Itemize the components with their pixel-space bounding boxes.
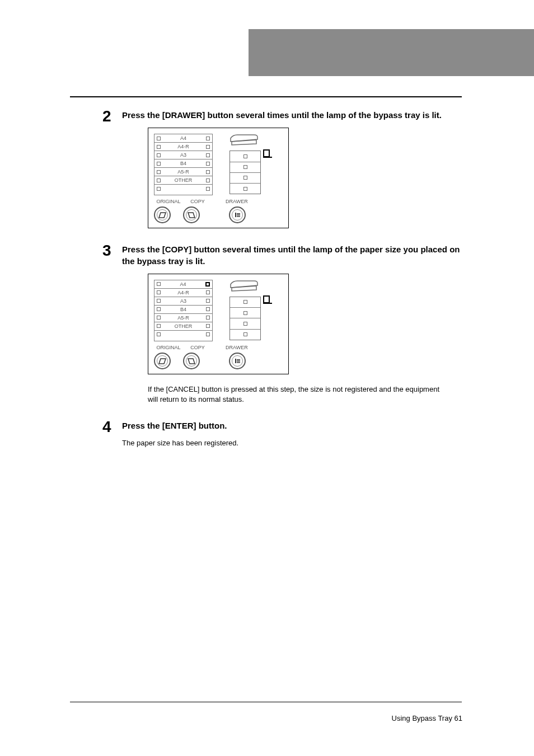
step-title: Press the [ENTER] button. <box>122 419 463 431</box>
label-drawer: DRAWER <box>226 345 248 350</box>
control-panel-figure: A4 A4-R A3 B4 A5-R OTHER <box>148 274 289 374</box>
size-row: A3 <box>154 151 212 159</box>
size-row: B4 <box>154 159 212 168</box>
step-4: 4 Press the [ENTER] button. The paper si… <box>122 419 463 448</box>
horizontal-rule-top <box>70 96 462 97</box>
step-title: Press the [DRAWER] button several times … <box>122 109 463 121</box>
copy-button <box>183 353 200 369</box>
size-row: B4 <box>154 306 212 314</box>
drawer-icon <box>234 212 241 218</box>
copy-lamp-indicator <box>205 282 210 287</box>
step-number: 4 <box>102 419 111 435</box>
copy-icon <box>188 212 195 218</box>
step-title: Press the [COPY] button several times un… <box>122 243 463 267</box>
size-row: A5-R <box>154 314 212 322</box>
size-row: A4-R <box>154 143 212 151</box>
step-3: 3 Press the [COPY] button several times … <box>122 243 463 405</box>
size-row: A4 <box>154 134 212 143</box>
original-button <box>154 353 171 369</box>
copy-icon <box>188 358 195 364</box>
original-icon <box>158 212 166 218</box>
step-note: If the [CANCEL] button is pressed at thi… <box>148 384 444 405</box>
paper-size-list: A4 A4-R A3 B4 A5-R OTHER <box>154 134 213 195</box>
svg-rect-7 <box>237 362 240 363</box>
printer-diagram <box>219 134 275 195</box>
svg-rect-6 <box>237 360 240 361</box>
step-body: The paper size has been registered. <box>122 438 463 448</box>
copy-button <box>183 206 200 223</box>
size-row: A3 <box>154 297 212 306</box>
bypass-tray-icon <box>229 134 259 146</box>
svg-rect-5 <box>237 359 240 360</box>
bypass-lamp-indicator <box>263 149 270 157</box>
label-original: ORIGINAL <box>154 345 183 350</box>
horizontal-rule-bottom <box>70 702 462 702</box>
drawer-icon <box>234 358 241 364</box>
step-number: 3 <box>102 243 111 259</box>
control-panel-figure: A4 A4-R A3 B4 A5-R OTHER <box>148 128 289 228</box>
size-row <box>154 331 212 339</box>
header-bar <box>249 29 534 76</box>
original-icon <box>158 358 166 364</box>
size-row: A4 <box>154 280 212 289</box>
bypass-lamp-indicator <box>263 295 270 303</box>
step-number: 2 <box>102 109 111 124</box>
svg-rect-1 <box>237 213 240 214</box>
paper-size-list: A4 A4-R A3 B4 A5-R OTHER <box>154 280 213 341</box>
label-original: ORIGINAL <box>154 199 183 204</box>
label-drawer: DRAWER <box>226 199 248 204</box>
label-copy: COPY <box>183 199 212 204</box>
step-2: 2 Press the [DRAWER] button several time… <box>122 109 463 228</box>
page-content: 2 Press the [DRAWER] button several time… <box>122 109 463 463</box>
size-row: OTHER <box>154 322 212 331</box>
label-copy: COPY <box>183 345 212 350</box>
svg-rect-4 <box>235 359 236 363</box>
drawer-button <box>229 353 246 369</box>
size-row: OTHER <box>154 176 212 185</box>
bypass-tray-icon <box>229 280 259 292</box>
original-button <box>154 206 171 223</box>
size-row: A5-R <box>154 168 212 176</box>
svg-rect-0 <box>235 213 236 217</box>
size-row: A4-R <box>154 289 212 297</box>
svg-rect-3 <box>237 216 240 217</box>
printer-diagram <box>219 280 275 341</box>
size-row <box>154 185 212 192</box>
page-footer: Using Bypass Tray 61 <box>392 714 462 722</box>
svg-rect-2 <box>237 215 240 216</box>
drawer-button <box>229 206 246 223</box>
